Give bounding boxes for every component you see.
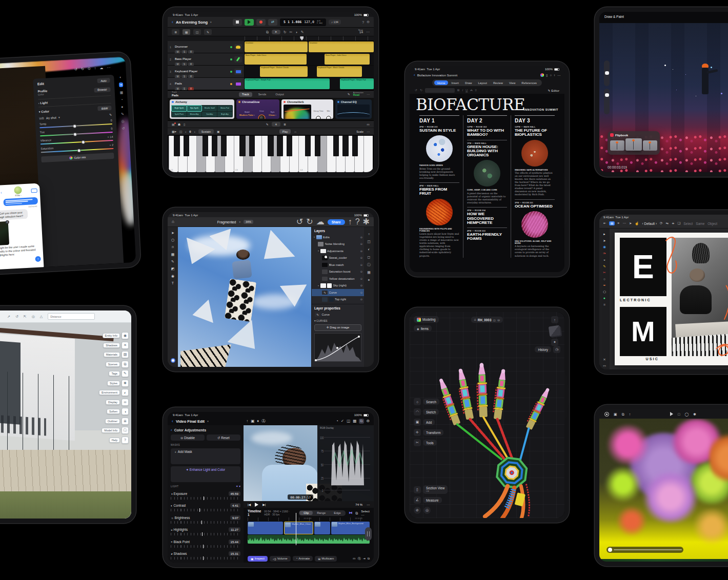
drag-on-image-button[interactable]: ✛ Drag on image xyxy=(314,324,361,331)
titles-icon[interactable]: Ⓐ xyxy=(261,419,266,423)
style-selector[interactable]: ‹ Default › xyxy=(642,222,657,225)
tab-insert[interactable]: Insert xyxy=(448,80,462,85)
timeline-playhead[interactable] xyxy=(296,513,296,545)
rotate-icon[interactable]: ⟳ xyxy=(660,222,662,225)
keyboard-panel-icon[interactable]: ▭ xyxy=(367,123,370,126)
panel-soften[interactable]: Soften◑ xyxy=(107,408,129,415)
masking-icon[interactable]: ◔ xyxy=(120,98,123,101)
layer-row-saturation-boost[interactable]: Saturation boost⊙ xyxy=(312,268,364,276)
panel-entity-info[interactable]: Entity Info◉ xyxy=(103,332,129,339)
clone-tool-icon[interactable]: ◉ xyxy=(171,274,174,278)
animation-frame-selected[interactable] xyxy=(625,138,642,151)
color-swatch[interactable] xyxy=(171,358,175,363)
check-icon[interactable]: ✓ xyxy=(341,419,344,423)
more-icon[interactable]: ⋯ xyxy=(107,66,110,69)
device-icon[interactable]: ▯ xyxy=(546,74,548,77)
panel-styles[interactable]: Styles❖ xyxy=(107,380,129,387)
settings-icon[interactable]: ✱ xyxy=(363,218,370,226)
temp-slider[interactable]: Temp0 xyxy=(39,119,112,128)
insert-icon[interactable]: ⇥ xyxy=(363,557,366,560)
panel-display[interactable]: Display∞ xyxy=(106,399,129,406)
multiview-icon[interactable]: ◫ xyxy=(347,419,350,423)
node-icon[interactable]: ☝ xyxy=(635,222,639,225)
select-menu[interactable]: Select ⋯ xyxy=(361,510,370,516)
help-icon[interactable]: ? xyxy=(355,218,360,226)
stop-button[interactable] xyxy=(233,19,242,26)
piano-black-key[interactable] xyxy=(174,136,179,156)
track-row-pads[interactable]: 4 Pads MSR Keyboard Player - Simple Pad … xyxy=(168,78,374,90)
brush-size-slider[interactable] xyxy=(604,60,610,86)
pointer-tool-button[interactable]: ➤ xyxy=(272,30,280,34)
timeline-name[interactable]: Timeline 1 xyxy=(248,509,261,516)
fade-tool-icon[interactable]: ◗ xyxy=(295,30,297,34)
edit-icon[interactable]: ≡ xyxy=(119,82,124,87)
track-row-bass[interactable]: 2 Bass Player MSR Bass Player - Indie Di… xyxy=(168,53,374,66)
settings-icon[interactable]: ✱ xyxy=(693,412,696,416)
next-frame-icon[interactable]: ▶| xyxy=(262,503,266,506)
tracks-view-icon[interactable]: ≣ xyxy=(172,29,179,35)
scale-button[interactable]: Scale xyxy=(356,130,363,133)
back-chevron-icon[interactable]: ‹ xyxy=(1,190,2,195)
more-icon[interactable]: ⋯ xyxy=(367,130,370,133)
more-icon[interactable]: ⋯ xyxy=(367,503,370,506)
panel-tags[interactable]: Tags✎ xyxy=(109,370,129,377)
redo-icon[interactable]: ↻ xyxy=(81,67,84,71)
presets-icon[interactable]: ◐ xyxy=(119,75,122,79)
timeline-clip[interactable]: Skyline_Blue_Background xyxy=(331,522,370,534)
layers-icon[interactable]: ⧉ xyxy=(622,412,624,416)
pencil-tool-icon[interactable]: ✎ xyxy=(603,265,605,268)
visibility-icon[interactable]: ⊙ xyxy=(360,263,362,266)
image-icon[interactable]: ▦ xyxy=(353,419,356,423)
split-tool-icon[interactable]: ✂ xyxy=(290,30,293,34)
eyedropper-icon[interactable]: ✎ xyxy=(109,113,112,116)
record-icon[interactable] xyxy=(604,412,609,417)
grid-icon[interactable]: ▦ xyxy=(367,271,371,274)
automation-pencil-icon[interactable]: ✎ xyxy=(348,93,350,96)
editor-button[interactable]: ✎ Editor xyxy=(548,89,559,92)
document-title[interactable]: Biofacture Innovation Summit xyxy=(417,74,457,77)
layer-row-blue-match[interactable]: Blue match⊙ xyxy=(312,261,364,268)
lock-icon[interactable]: ▣ xyxy=(217,130,220,133)
menu-icon[interactable]: ≡ xyxy=(618,222,620,225)
panel-outliner[interactable]: Outliner≣ xyxy=(105,418,129,425)
strikethrough-icon[interactable]: A xyxy=(470,89,472,92)
tab-sends[interactable]: Sends xyxy=(255,92,270,97)
knife-tool-icon[interactable]: ✂ xyxy=(603,271,605,275)
history-clock-icon[interactable]: ◷ xyxy=(553,346,560,353)
brush-icon[interactable]: ✎ xyxy=(121,112,124,116)
document-canvas[interactable]: BIOFACTURE INNOVATION SUMMIT DAY 1 2PM —… xyxy=(410,94,564,272)
clipboard-icon[interactable]: ▯ xyxy=(184,123,185,126)
drive-knob[interactable]: Drive xyxy=(259,105,265,119)
info-icon[interactable]: ⓘ xyxy=(367,263,371,266)
optics-icon[interactable]: ◎ xyxy=(122,119,125,123)
comments-icon[interactable]: ◻ xyxy=(368,255,371,259)
shape-tool-icon[interactable]: ◉ xyxy=(603,245,606,249)
crop-icon[interactable]: ▦ xyxy=(119,91,123,94)
document-title[interactable]: Fragmented xyxy=(217,220,236,224)
snap-setting[interactable]: Snap1/4 xyxy=(358,29,363,34)
tab-references[interactable]: References xyxy=(518,80,540,85)
import-icon[interactable]: ↑ xyxy=(246,419,248,423)
settings-icon[interactable]: ⚘ xyxy=(272,122,280,127)
stop-icon[interactable]: □ xyxy=(678,412,680,416)
loop-tool-icon[interactable]: ↻ xyxy=(284,30,287,34)
panel-model-info[interactable]: Model Infoⓘ xyxy=(102,427,129,434)
contrast-slider[interactable]: ◐ Contrast4.41 xyxy=(171,502,240,512)
overwrite-icon[interactable]: ⧉ xyxy=(355,511,358,515)
same-label[interactable]: Same xyxy=(696,222,704,225)
timeline-clip[interactable] xyxy=(248,522,283,534)
animation-frame[interactable] xyxy=(643,140,657,151)
region[interactable]: Bass Player - Indie Disco xyxy=(245,54,307,65)
piano-black-key[interactable] xyxy=(221,136,227,156)
back-chevron-icon[interactable]: ‹ xyxy=(172,419,173,424)
orientation-cube[interactable] xyxy=(549,325,561,337)
region[interactable]: Drummer xyxy=(309,42,374,52)
redo-icon[interactable]: ↻ xyxy=(420,89,422,92)
piano-black-key[interactable] xyxy=(333,136,339,156)
layer-row-curve-selected[interactable]: ∿Curve⊙ xyxy=(312,289,364,296)
back-chevron-icon[interactable]: ‹ xyxy=(171,428,172,432)
animation-scrubber[interactable] xyxy=(606,547,683,553)
layer-row-sweat-cooler[interactable]: Sweat_cooler⊙ xyxy=(312,255,364,262)
share-icon[interactable]: ↗ xyxy=(7,315,10,318)
visibility-icon[interactable]: ⊙ xyxy=(360,236,362,239)
